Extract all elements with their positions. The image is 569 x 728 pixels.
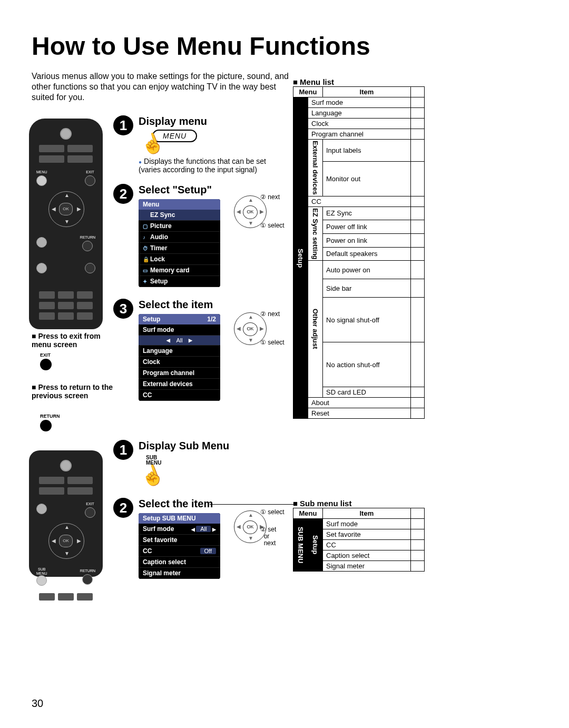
intro-text: Various menus allow you to make settings… xyxy=(32,71,300,103)
osd-setup-page: 1/2 xyxy=(207,316,216,323)
th-sub-menu: Menu xyxy=(293,508,323,519)
remote-return-button[interactable] xyxy=(82,241,93,251)
remote-sub-label2: MENU xyxy=(36,572,47,575)
osd-sub-title: Setup SUB MENU xyxy=(143,515,196,522)
next-label-3: next xyxy=(268,310,280,318)
hand-icon-2 xyxy=(139,463,170,489)
remote-dpad[interactable]: ▲▼ ◀▶ OK xyxy=(42,191,90,228)
remote-exit-button-2[interactable] xyxy=(85,507,95,518)
osd-setup-ext: External devices xyxy=(139,379,220,390)
sml-3: CC xyxy=(323,540,411,550)
osd-main-menu: Menu EZ Sync ▢Picture ♪Audio ⏱Timer 🔒Loc… xyxy=(139,199,220,287)
remote-sub-label1: SUB xyxy=(38,567,45,571)
th-sub-item: Item xyxy=(323,508,411,519)
ml-reset: Reset xyxy=(308,408,411,419)
c2-icon: ② xyxy=(260,193,266,201)
remote-submenu-button[interactable] xyxy=(36,575,47,586)
osd-row-picture: ▢Picture xyxy=(139,221,220,232)
ml-o4: No action shut-off xyxy=(323,342,411,387)
ml-prog: Program channel xyxy=(308,129,411,140)
step2-num: 2 xyxy=(113,184,133,204)
osd-setup-surf: Surf mode xyxy=(139,324,220,336)
instr-exit: Press to exit from menu screen xyxy=(32,332,116,349)
ml-other: Other adjust xyxy=(308,261,323,398)
page-title: How to Use Menu Functions xyxy=(32,32,537,61)
c1-icon: ① xyxy=(260,222,266,229)
osd-sub-fav: Set favorite xyxy=(139,535,220,546)
menu-list-table: Menu Item Setup Surf mode Language Clock… xyxy=(293,86,425,419)
remote-ok-button-2[interactable]: OK xyxy=(59,535,73,547)
dpad-ok-sub: OK xyxy=(243,520,258,534)
remote-button-generic[interactable] xyxy=(36,237,47,248)
substep1-title: Display Sub Menu xyxy=(139,440,229,452)
ml-about: About xyxy=(308,398,411,408)
osd-setup-clock: Clock xyxy=(139,357,220,368)
return-icon xyxy=(40,420,52,431)
sml-2: Set favorite xyxy=(323,529,411,540)
dpad-ok: OK xyxy=(243,205,258,219)
osd-row-setup: ✦Setup xyxy=(139,276,220,287)
ml-ez4: Default speakers xyxy=(323,247,411,261)
osd-sub-cc: CC Off xyxy=(139,546,220,557)
select-label: select xyxy=(268,222,284,229)
remote-return-button-2[interactable] xyxy=(82,574,93,585)
setup-label-v: Setup xyxy=(293,97,308,419)
remote-illustration-sub: EXIT ▲▼ ◀▶ OK SUB MENU RETURN xyxy=(29,450,103,577)
step3-title: Select the item xyxy=(139,299,220,311)
page-number: 30 xyxy=(32,697,43,710)
ml-clock: Clock xyxy=(308,119,411,129)
remote-return-label-2: RETURN xyxy=(80,569,95,573)
remote-exit-label-2: EXIT xyxy=(86,502,94,506)
remote-exit-button[interactable] xyxy=(85,175,95,186)
substep1-num: 1 xyxy=(113,440,133,460)
remote-dpad-2[interactable]: ▲▼ ◀▶ OK xyxy=(42,523,90,560)
osd-setup-cc: CC xyxy=(139,390,220,401)
remote-illustration-main: MENU EXIT ▲▼ ◀▶ OK RETURN xyxy=(29,119,103,329)
osd-setup-prog: Program channel xyxy=(139,368,220,379)
select-label-sub: select xyxy=(268,508,284,516)
osd-row-memory: ▭Memory card xyxy=(139,265,220,276)
sml-4: Caption select xyxy=(323,550,411,561)
ml-ez1: EZ Sync xyxy=(323,206,411,220)
hand-icon xyxy=(139,131,170,157)
osd-sub-signal: Signal meter xyxy=(139,568,220,579)
next-label-sub: next xyxy=(264,539,276,547)
osd-row-ezsync: EZ Sync xyxy=(139,210,220,221)
step1-num: 1 xyxy=(113,115,133,135)
th-menu: Menu xyxy=(293,87,323,97)
ml-external: External devices xyxy=(308,140,323,196)
osd-setup-lang: Language xyxy=(139,346,220,357)
ml-ez3: Power on link xyxy=(323,233,411,247)
next-label: next xyxy=(268,193,280,201)
instr-return: Press to return to the previous screen xyxy=(32,383,116,400)
osd-submenu: Setup SUB MENU Surf mode ◀ All ▶ Set fav… xyxy=(139,513,220,579)
sml-5: Signal meter xyxy=(323,561,411,572)
exit-btn-label: EXIT xyxy=(40,352,51,358)
remote-ok-button[interactable]: OK xyxy=(59,203,73,215)
exit-icon xyxy=(40,359,52,370)
ml-monitor-out: Monitor out xyxy=(323,161,411,196)
osd-sub-caption: Caption select xyxy=(139,557,220,568)
ml-o3: No signal shut-off xyxy=(323,298,411,342)
submenu-list-table: Menu Item SUB MENU Setup Surf mode Set f… xyxy=(293,508,425,572)
remote-menu-label: MENU xyxy=(36,170,47,174)
th-item: Item xyxy=(323,87,411,97)
osd-row-timer: ⏱Timer xyxy=(139,243,220,254)
ml-o1: Auto power on xyxy=(323,261,411,279)
or-label: or xyxy=(264,533,270,540)
osd-setup: Setup 1/2 Surf mode ◀ All ▶ Language Clo… xyxy=(139,314,220,401)
ml-cc: CC xyxy=(308,196,411,206)
substep2-title: Select the item xyxy=(139,498,220,510)
osd-sub-surf: Surf mode ◀ All ▶ xyxy=(139,524,220,535)
remote-exit-label: EXIT xyxy=(86,170,94,174)
return-btn-label: RETURN xyxy=(40,414,60,419)
osd-setup-surfval: ◀ All ▶ xyxy=(139,336,220,346)
step1-title: Display menu xyxy=(139,115,276,127)
remote-return-label: RETURN xyxy=(80,235,95,239)
dpad-ok-3: OK xyxy=(243,322,258,336)
ml-o5: SD card LED xyxy=(323,387,411,398)
step2-title: Select "Setup" xyxy=(139,184,220,196)
remote-menu-button[interactable] xyxy=(36,175,47,186)
substep2-num: 2 xyxy=(113,498,133,518)
ml-ez2: Power off link xyxy=(323,220,411,234)
